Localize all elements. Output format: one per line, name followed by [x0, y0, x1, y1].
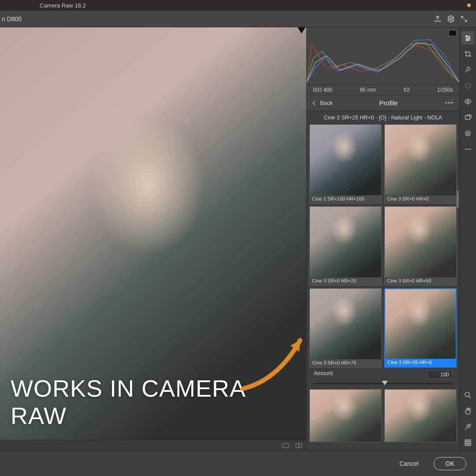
- highlight-clip-icon[interactable]: [449, 30, 457, 36]
- profile-thumb[interactable]: Cine 2 SR+100 HR+100: [309, 124, 382, 204]
- cancel-button[interactable]: Cancel: [393, 457, 425, 471]
- app-title: Camera Raw 16.2: [4, 2, 86, 9]
- profile-thumb[interactable]: Cine 3 SR+0 HR+0: [384, 124, 457, 204]
- thumb-image: [385, 125, 456, 195]
- svg-rect-17: [465, 440, 471, 446]
- thumb-label: Cine 3 SR+0 HR+0: [385, 195, 456, 203]
- svg-point-11: [465, 130, 470, 135]
- mask-icon[interactable]: [461, 79, 475, 92]
- toolstrip: [459, 27, 476, 450]
- thumb-image: [385, 207, 456, 277]
- exif-focal: 85 mm: [360, 87, 376, 93]
- snapshot-stack-icon[interactable]: [461, 111, 475, 124]
- crop-icon[interactable]: [461, 47, 475, 60]
- svg-point-6: [467, 39, 468, 41]
- edit-sliders-icon[interactable]: [461, 31, 475, 45]
- thumb-image: [310, 207, 381, 277]
- more-tools-icon[interactable]: [461, 142, 475, 156]
- profile-thumb[interactable]: Cine 3 SR+0 HR+25: [309, 206, 382, 286]
- profile-thumb-selected[interactable]: ★ Cine 3 SR+25 HR+0: [384, 288, 457, 368]
- thumb-image: [385, 289, 456, 359]
- thumb-image: [310, 125, 381, 195]
- svg-point-12: [467, 132, 469, 134]
- promo-overlay-text: WORKS IN CAMERA RAW: [11, 375, 306, 429]
- preview-toolbar: [0, 440, 306, 450]
- exif-shutter: 1/250s: [437, 87, 453, 93]
- panel-title: Profile: [333, 99, 444, 107]
- grid-toggle-icon[interactable]: [461, 436, 475, 449]
- gear-icon[interactable]: [444, 12, 457, 26]
- more-icon[interactable]: •••: [444, 100, 455, 106]
- svg-point-0: [450, 18, 452, 20]
- thumb-label: Cine 3 SR+0 HR+75: [310, 359, 381, 367]
- profile-thumb[interactable]: Cine 3 SR+0 HR+50: [384, 206, 457, 286]
- export-icon[interactable]: [431, 12, 444, 26]
- amount-label: Amount: [314, 370, 333, 376]
- ok-button[interactable]: OK: [434, 457, 466, 470]
- redeye-icon[interactable]: [461, 95, 475, 108]
- svg-rect-3: [299, 443, 302, 447]
- svg-point-13: [465, 149, 466, 150]
- svg-point-9: [467, 100, 469, 102]
- amount-value[interactable]: 100: [428, 370, 452, 379]
- image-preview[interactable]: WORKS IN CAMERA RAW: [0, 27, 306, 450]
- thumb-image: [310, 390, 381, 442]
- histogram[interactable]: [307, 27, 459, 85]
- footer: Cancel OK: [0, 450, 476, 476]
- thumb-image: [385, 390, 456, 442]
- exif-iso: ISO 400: [313, 87, 332, 93]
- svg-rect-10: [465, 115, 470, 119]
- preset-circle-icon[interactable]: [461, 126, 475, 140]
- svg-point-16: [465, 392, 469, 397]
- exif-aperture: f/2: [404, 87, 409, 93]
- profile-grid[interactable]: Cine 2 SR+100 HR+100 Cine 3 SR+0 HR+0 Ci…: [307, 124, 459, 450]
- right-panel: ISO 400 85 mm f/2 1/250s Back Profile ••…: [306, 27, 459, 450]
- thumb-label: Cine 3 SR+25 HR+0: [385, 359, 456, 367]
- svg-point-5: [469, 37, 470, 39]
- window-minimize-dot[interactable]: [467, 4, 471, 7]
- fullscreen-icon[interactable]: [457, 12, 471, 26]
- profile-thumb[interactable]: [309, 389, 382, 442]
- amount-row: Amount 100: [309, 368, 457, 380]
- svg-point-4: [466, 35, 467, 37]
- heal-brush-icon[interactable]: [461, 63, 475, 76]
- clip-warning-icon[interactable]: [298, 27, 305, 33]
- color-sampler-icon[interactable]: [461, 420, 475, 433]
- hand-icon[interactable]: [461, 404, 475, 417]
- thumb-label: Cine 3 SR+0 HR+25: [310, 277, 381, 285]
- before-after-split-icon[interactable]: [294, 442, 304, 450]
- svg-rect-7: [466, 66, 471, 71]
- camera-bar: n D800: [0, 11, 476, 27]
- panel-header: Back Profile •••: [307, 95, 459, 111]
- active-profile-name: Cine 3 SR+25 HR+0 - [O] - Natural Light …: [307, 111, 459, 124]
- svg-rect-2: [296, 443, 298, 447]
- back-button[interactable]: Back: [311, 100, 333, 106]
- profile-thumb[interactable]: Cine 3 SR+0 HR+75: [309, 288, 382, 368]
- slider-knob-icon[interactable]: [382, 381, 388, 385]
- profile-thumb[interactable]: [384, 389, 457, 442]
- titlebar: Camera Raw 16.2: [0, 0, 476, 11]
- exif-bar: ISO 400 85 mm f/2 1/250s: [307, 85, 459, 95]
- svg-point-15: [469, 149, 471, 150]
- thumb-image: [310, 289, 381, 359]
- before-after-single-icon[interactable]: [281, 442, 290, 450]
- thumb-label: Cine 3 SR+0 HR+50: [385, 277, 456, 285]
- camera-model: n D800: [0, 15, 22, 22]
- back-label: Back: [320, 100, 333, 106]
- svg-point-8: [465, 83, 470, 88]
- amount-slider[interactable]: [314, 380, 452, 387]
- zoom-icon[interactable]: [461, 388, 475, 402]
- svg-point-14: [467, 149, 469, 150]
- svg-rect-1: [283, 443, 288, 447]
- thumb-label: Cine 2 SR+100 HR+100: [310, 195, 381, 203]
